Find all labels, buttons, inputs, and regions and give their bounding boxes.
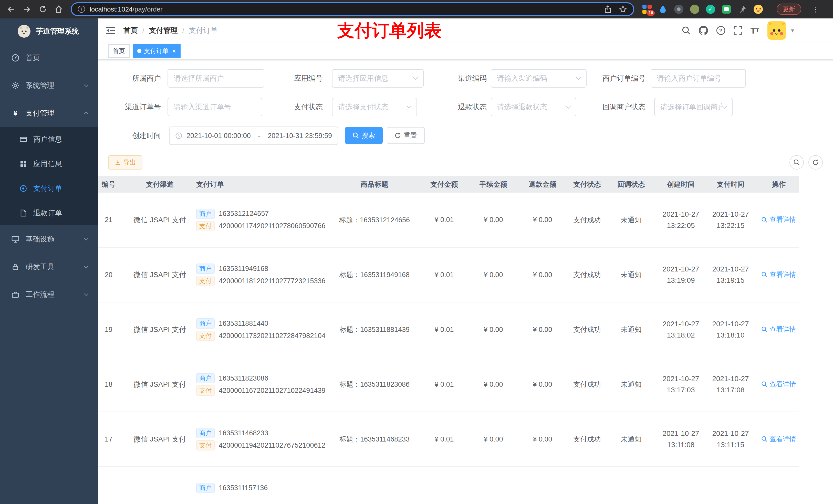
view-detail-link[interactable]: 查看详情: [761, 435, 796, 443]
hamburger-icon[interactable]: [106, 26, 115, 34]
extension-drop-icon[interactable]: [658, 5, 668, 14]
extension-green-square-icon[interactable]: [722, 5, 731, 14]
cell-pay-order: 商户 1635311881440 支付 42000011732021102728…: [188, 302, 333, 357]
notify-status-select[interactable]: 请选择订单回调商户状态: [654, 98, 733, 116]
breadcrumb-home[interactable]: 首页: [123, 26, 138, 35]
create-time-range-picker[interactable]: 2021-10-01 00:00:00 - 2021-10-31 23:59:5…: [169, 126, 338, 145]
gear-icon: [11, 82, 20, 89]
back-icon[interactable]: [3, 5, 19, 13]
extension-dark-circle-icon[interactable]: [674, 5, 684, 14]
channel-order-no-input[interactable]: 请输入渠道订单号: [168, 98, 262, 116]
share-icon[interactable]: [604, 5, 612, 13]
extension-olive-circle-icon[interactable]: [690, 5, 699, 14]
forward-icon[interactable]: [19, 5, 35, 13]
table-row: 18 微信 JSAPI 支付 商户 1635311823086 支付 42000…: [98, 357, 799, 412]
bookmark-star-icon[interactable]: [619, 5, 627, 13]
grid-icon: [20, 161, 27, 167]
extension-check-circle-icon[interactable]: ✓: [706, 5, 715, 14]
col-header-refund: 退款金额: [514, 176, 571, 193]
merchant-badge: 商户: [196, 264, 215, 274]
sidebar-item-label: 支付订单: [33, 184, 62, 193]
address-bar[interactable]: i localhost:1024/pay/order: [71, 2, 634, 16]
card-icon: [20, 136, 27, 143]
sidebar-item-home[interactable]: 首页: [0, 44, 98, 72]
cell-action: 查看详情: [758, 193, 799, 247]
sidebar-item-workflow[interactable]: 工作流程: [0, 281, 98, 308]
cell-pay-channel: 微信 JSAPI 支付: [132, 302, 188, 357]
view-detail-label: 查看详情: [769, 325, 796, 334]
refund-status-select[interactable]: 请选择退款状态: [491, 98, 576, 116]
search-button[interactable]: 搜索: [345, 127, 383, 144]
merchant-order-line: 商户 1635311949168: [196, 264, 333, 274]
tab-home[interactable]: 首页: [108, 44, 129, 57]
export-button[interactable]: 导出: [108, 155, 142, 170]
merchant-order-line: 商户 1635312124657: [196, 209, 333, 219]
cell-product-title: 标题：1635311823086: [333, 357, 416, 412]
cell-fee-amount: [472, 466, 514, 504]
cell-pay-time: 2021-10-2713:18:10: [703, 302, 758, 357]
sidebar: 芋道管理系统 首页 系统管理 ¥ 支付管理: [0, 19, 98, 504]
view-detail-link[interactable]: 查看详情: [761, 215, 796, 224]
toggle-search-button[interactable]: [789, 155, 804, 170]
table-row: 20 微信 JSAPI 支付 商户 1635311949168 支付 42000…: [98, 247, 799, 302]
merchant-order-line: 商户 1635311823086: [196, 373, 333, 383]
sidebar-item-label: 商户信息: [33, 135, 62, 144]
tab-pay-order[interactable]: 支付订单 ×: [133, 44, 181, 57]
breadcrumb-pay-mgmt[interactable]: 支付管理: [149, 26, 178, 35]
site-info-icon[interactable]: i: [78, 6, 85, 13]
avatar[interactable]: [767, 21, 786, 40]
cell-pay-time: 2021-10-2713:17:08: [703, 357, 758, 412]
cell-action: 查看详情: [758, 412, 799, 466]
reset-button[interactable]: 重置: [387, 127, 425, 144]
channel-code-select[interactable]: 请输入渠道编码: [491, 69, 587, 88]
view-detail-link[interactable]: 查看详情: [761, 380, 796, 389]
view-detail-link[interactable]: 查看详情: [761, 270, 796, 279]
pay-status-select[interactable]: 请选择支付状态: [332, 98, 417, 116]
help-icon[interactable]: ?: [716, 26, 725, 35]
sidebar-item-devtools[interactable]: 研发工具: [0, 253, 98, 281]
sidebar-item-infra[interactable]: 基础设施: [0, 225, 98, 253]
pay-badge: 支付: [196, 385, 215, 396]
refresh-table-button[interactable]: [808, 155, 823, 170]
browser-update-button[interactable]: 更新: [777, 4, 801, 15]
app-select[interactable]: 请选择应用信息: [332, 69, 424, 88]
cell-pay-time: [703, 466, 758, 504]
view-detail-link[interactable]: 查看详情: [761, 325, 796, 334]
cell-create-time: 2021-10-2713:11:08: [659, 412, 703, 466]
browser-menu-icon[interactable]: ⋮: [812, 5, 819, 14]
sidebar-item-app-info[interactable]: 应用信息: [0, 152, 98, 176]
extension-pin-icon[interactable]: [738, 5, 747, 14]
extension-grid-icon[interactable]: 10: [642, 5, 652, 14]
cell-pay-amount: ¥ 0.01: [416, 193, 472, 247]
sidebar-item-pay-order[interactable]: 支付订单: [0, 176, 98, 201]
order-table: 编号 支付渠道 支付订单 商品标题 支付金额 手续金额 退款金额 支付状态 回调…: [98, 176, 799, 504]
merchant-select[interactable]: 请选择所属商户: [168, 69, 264, 88]
cell-order-id: 17: [98, 412, 132, 466]
home-icon[interactable]: [51, 5, 67, 13]
refresh-icon[interactable]: [35, 5, 51, 13]
cell-notify-status: 未通知: [603, 412, 659, 466]
search-icon[interactable]: [682, 26, 691, 35]
cell-pay-status: 支付成功: [571, 193, 603, 247]
filter-label: 支付状态: [260, 98, 323, 116]
col-header-title: 商品标题: [333, 176, 416, 193]
chevron-down-icon: [576, 75, 581, 80]
sidebar-item-merchant-info[interactable]: 商户信息: [0, 127, 98, 152]
avatar-caret-icon[interactable]: ▾: [791, 27, 794, 34]
github-icon[interactable]: [699, 26, 708, 35]
col-header-pay-status: 支付状态: [571, 176, 603, 193]
sidebar-item-payment[interactable]: ¥ 支付管理: [0, 99, 98, 127]
pay-order-no: 4200001167202110271022491439: [219, 387, 325, 394]
profile-memoji-icon[interactable]: [754, 5, 763, 14]
merchant-order-no-input[interactable]: 请输入商户订单编号: [651, 69, 746, 88]
merchant-order-line: 商户 1635311468233: [196, 428, 333, 438]
font-size-icon[interactable]: TT: [751, 26, 759, 35]
sidebar-item-refund-order[interactable]: 退款订单: [0, 201, 98, 225]
sidebar-item-system[interactable]: 系统管理: [0, 72, 98, 99]
cell-fee-amount: ¥ 0.00: [472, 302, 514, 357]
chevron-up-icon: [84, 112, 88, 116]
cell-fee-amount: ¥ 0.00: [472, 247, 514, 302]
close-icon[interactable]: ×: [172, 48, 176, 54]
fullscreen-icon[interactable]: [734, 26, 742, 35]
cell-create-time: 2021-10-2713:19:09: [659, 247, 703, 302]
